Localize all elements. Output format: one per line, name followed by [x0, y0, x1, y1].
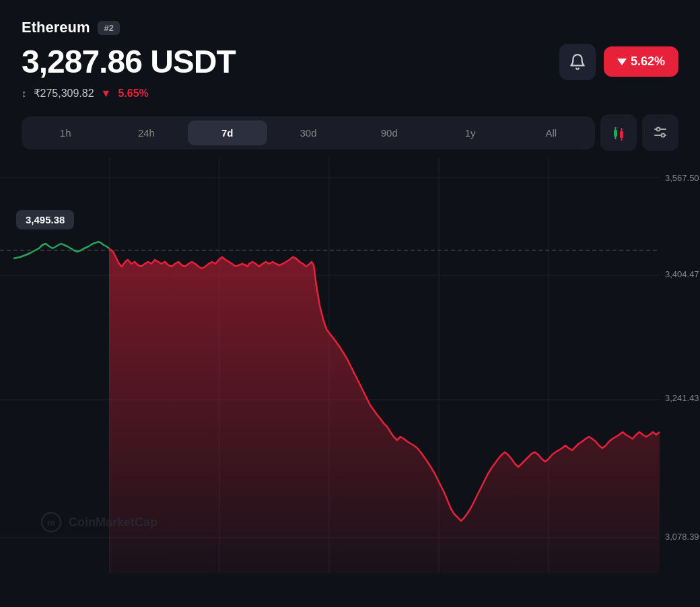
svg-rect-3 [620, 131, 623, 138]
time-tabs: 1h 24h 7d 30d 90d 1y All [22, 116, 595, 149]
price-label-high: 3,567.50 [665, 173, 699, 183]
filter-icon [652, 124, 668, 141]
sub-arrow-down-icon: ▼ [101, 87, 112, 100]
candlestick-icon [609, 123, 628, 142]
sub-change-pct: 5.65% [118, 87, 148, 100]
svg-point-7 [657, 128, 660, 131]
watermark: m CoinMarketCap [40, 511, 158, 533]
watermark-text: CoinMarketCap [69, 515, 158, 530]
svg-text:m: m [47, 517, 55, 528]
price-tooltip: 3,495.38 [16, 210, 74, 229]
change-badge: 5.62% [604, 46, 678, 77]
price-label-low: 3,078.39 [665, 532, 699, 542]
direction-arrows: ↕ [22, 87, 27, 99]
change-percent: 5.62% [631, 55, 665, 69]
price-label-mid-high: 3,404.47 [665, 269, 699, 279]
price-display: 3,287.86 USDT [22, 43, 236, 80]
inr-price: ₹275,309.82 [34, 87, 94, 100]
tab-90d[interactable]: 90d [349, 120, 429, 145]
rank-badge: #2 [98, 21, 119, 35]
price-label-mid-low: 3,241.43 [665, 393, 699, 403]
tab-1y[interactable]: 1y [430, 120, 510, 145]
svg-point-9 [662, 134, 665, 137]
candlestick-button[interactable] [600, 114, 637, 151]
price-chart: 3,567.50 3,404.47 3,241.43 3,078.39 3,49… [0, 157, 700, 573]
cmc-logo-icon: m [40, 511, 62, 533]
tab-1h[interactable]: 1h [26, 120, 105, 145]
svg-rect-0 [614, 130, 617, 137]
tab-30d[interactable]: 30d [269, 120, 348, 145]
bell-button[interactable] [559, 44, 596, 80]
arrow-down-icon [617, 59, 627, 65]
bell-icon [569, 53, 586, 71]
tab-7d[interactable]: 7d [188, 120, 267, 145]
coin-name: Ethereum [22, 19, 90, 36]
tab-all[interactable]: All [512, 120, 591, 145]
filter-button[interactable] [642, 114, 678, 151]
tab-24h[interactable]: 24h [106, 120, 186, 145]
